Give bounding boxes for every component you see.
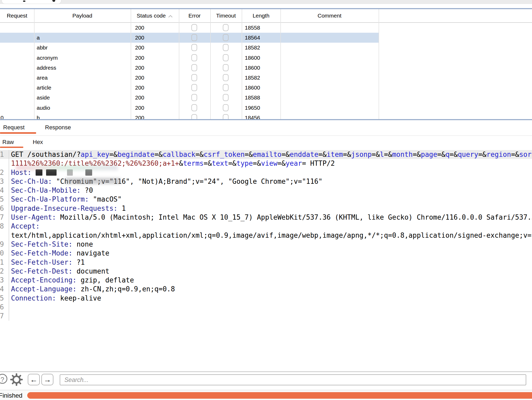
table-row[interactable]: 20018558 <box>0 23 379 33</box>
timeout-checkbox[interactable] <box>223 94 229 101</box>
view-tabs: Raw Hex <box>0 136 532 150</box>
table-row[interactable]: a20018564 <box>0 33 379 43</box>
editor-line-content[interactable]: text/html,application/xhtml+xml,applicat… <box>9 231 532 240</box>
column-header-payload[interactable]: Payload <box>34 9 131 22</box>
table-row[interactable]: 0b20018456 <box>0 113 379 119</box>
column-header-error[interactable]: Error <box>179 9 210 22</box>
editor-line-content[interactable]: Accept-Encoding: gzip, deflate <box>9 276 532 285</box>
editor-line: 6Upgrade-Insecure-Requests: 1 <box>0 204 532 213</box>
timeout-checkbox[interactable] <box>223 44 229 51</box>
editor-line-content[interactable]: Sec-Ch-Ua-Platform: "macOS" <box>9 195 532 204</box>
payload-cell: b <box>37 113 40 119</box>
next-button[interactable]: → <box>41 374 53 385</box>
column-border <box>179 9 179 119</box>
timeout-checkbox[interactable] <box>223 34 229 41</box>
editor-line: 12Sec-Fetch-Dest: document <box>0 267 532 276</box>
editor-line-content[interactable]: GET /southasian/?api_key=&begindate=&cal… <box>9 150 532 159</box>
editor-line-content[interactable] <box>9 312 532 320</box>
editor-line-content[interactable]: 1111%26%2360:/title%26%2362;%26%2360;a+1… <box>9 159 532 168</box>
table-row[interactable]: aside20018588 <box>0 93 379 103</box>
column-header-comment[interactable]: Comment <box>280 9 379 22</box>
timeout-checkbox[interactable] <box>223 74 229 81</box>
error-checkbox[interactable] <box>191 34 197 41</box>
length-cell: 18600 <box>245 53 260 63</box>
request-editor[interactable]: 1GET /southasian/?api_key=&begindate=&ca… <box>0 150 532 371</box>
tab-raw[interactable]: Raw <box>2 138 14 146</box>
editor-line-content[interactable] <box>9 303 532 312</box>
results-header: RequestPayloadStatus codeErrorTimeoutLen… <box>0 9 532 22</box>
timeout-checkbox[interactable] <box>223 84 229 91</box>
payload-cell: audio <box>37 103 50 113</box>
tab-hex[interactable]: Hex <box>33 138 43 146</box>
status-code-cell: 200 <box>135 63 144 73</box>
timeout-checkbox[interactable] <box>223 114 229 119</box>
editor-line-content[interactable]: Accept-Language: zh-CN,zh;q=0.9,en;q=0.8 <box>9 285 532 293</box>
line-number-gutter: 3 <box>0 177 9 186</box>
length-cell: 18582 <box>245 43 260 53</box>
editor-line-content[interactable]: Accept: <box>9 222 532 231</box>
editor-line: 14Accept-Language: zh-CN,zh;q=0.9,en;q=0… <box>0 285 532 293</box>
editor-line-content[interactable]: Sec-Ch-Ua-Mobile: ?0 <box>9 186 532 195</box>
line-number-gutter: 4 <box>0 186 9 195</box>
editor-line-content[interactable]: Sec-Ch-Ua: "Chromium";v="116", "Not)A;Br… <box>9 177 532 186</box>
editor-line-content[interactable]: Sec-Fetch-Dest: document <box>9 267 532 276</box>
length-cell: 18582 <box>245 73 260 83</box>
status-code-cell: 200 <box>135 43 144 53</box>
column-header-status-code[interactable]: Status code <box>131 9 179 22</box>
status-code-cell: 200 <box>135 93 144 103</box>
payload-cell: acronym <box>37 53 58 63</box>
status-code-cell: 200 <box>135 23 144 33</box>
table-row[interactable]: area20018582 <box>0 73 379 83</box>
previous-button[interactable]: ← <box>28 374 40 385</box>
line-number-gutter: 2 <box>0 168 9 177</box>
length-cell: 18600 <box>245 63 260 73</box>
timeout-checkbox[interactable] <box>223 64 229 71</box>
editor-line-content[interactable]: Upgrade-Insecure-Requests: 1 <box>9 204 532 213</box>
table-row[interactable]: audio20019650 <box>0 103 379 113</box>
tab-request[interactable]: Request <box>3 124 25 131</box>
search-input[interactable] <box>60 374 526 385</box>
table-row[interactable]: abbr20018582 <box>0 43 379 53</box>
timeout-checkbox[interactable] <box>223 104 229 111</box>
redaction-block <box>85 169 92 176</box>
error-checkbox[interactable] <box>191 64 197 71</box>
line-number-gutter: 10 <box>0 249 9 258</box>
timeout-checkbox[interactable] <box>223 54 229 61</box>
results-rows: 20018558a20018564abbr20018582acronym2001… <box>0 23 532 119</box>
error-checkbox[interactable] <box>191 114 197 119</box>
table-row[interactable]: acronym20018600 <box>0 53 379 63</box>
payload-cell: article <box>37 83 51 93</box>
help-icon[interactable]: ? <box>0 374 7 384</box>
tab-response[interactable]: Response <box>45 124 71 131</box>
editor-line-content[interactable]: Sec-Fetch-Site: none <box>9 240 532 249</box>
request-cell: 0 <box>1 113 4 119</box>
editor-line-content[interactable]: Sec-Fetch-User: ?1 <box>9 258 532 267</box>
error-checkbox[interactable] <box>191 24 197 31</box>
table-row[interactable]: article20018600 <box>0 83 379 93</box>
payload-cell: a <box>37 33 40 43</box>
column-header-length[interactable]: Length <box>242 9 280 22</box>
line-number-gutter: 13 <box>0 276 9 285</box>
timeout-checkbox[interactable] <box>223 24 229 31</box>
editor-line-content[interactable]: User-Agent: Mozilla/5.0 (Macintosh; Inte… <box>9 213 532 222</box>
progress-bar <box>27 392 532 399</box>
error-checkbox[interactable] <box>191 74 197 81</box>
editor-line: 2Host: <box>0 168 532 177</box>
editor-line-content[interactable]: Host: <box>9 168 532 177</box>
line-number-gutter: 17 <box>0 312 9 320</box>
gear-icon[interactable] <box>10 373 23 386</box>
error-checkbox[interactable] <box>191 54 197 61</box>
table-row[interactable]: address20018600 <box>0 63 379 73</box>
column-header-request[interactable]: Request <box>0 9 34 22</box>
editor-line: 7User-Agent: Mozilla/5.0 (Macintosh; Int… <box>0 213 532 222</box>
error-checkbox[interactable] <box>191 104 197 111</box>
editor-line-content[interactable]: Connection: keep-alive <box>9 294 532 303</box>
line-number-gutter: 14 <box>0 285 9 293</box>
top-tab-strip <box>0 0 532 4</box>
editor-line-content[interactable]: Sec-Fetch-Mode: navigate <box>9 249 532 258</box>
error-checkbox[interactable] <box>191 44 197 51</box>
column-border <box>280 9 281 119</box>
error-checkbox[interactable] <box>191 94 197 101</box>
column-header-timeout[interactable]: Timeout <box>210 9 242 22</box>
error-checkbox[interactable] <box>191 84 197 91</box>
